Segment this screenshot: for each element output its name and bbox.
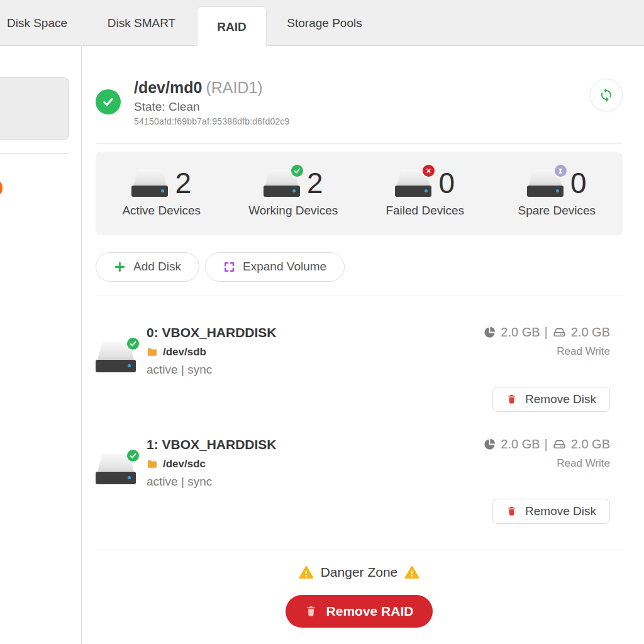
disk-used: 2.0 GB <box>501 325 540 340</box>
drive-icon <box>96 342 136 372</box>
stat-working-devices: 2 Working Devices <box>228 169 360 218</box>
disk-used: 2.0 GB <box>501 437 540 452</box>
remove-disk-label: Remove Disk <box>525 392 596 406</box>
disk-status: active | sync <box>147 475 277 489</box>
stat-active-devices: 2 Active Devices <box>96 169 228 218</box>
tab-storage-pools-label: Storage Pools <box>287 16 362 30</box>
disk-row-sdc: 1: VBOX_HARDDISK /dev/sdc active | sync <box>96 412 623 524</box>
disk-capacity: 2.0 GB <box>571 325 610 340</box>
warning-icon <box>404 565 419 580</box>
trash-icon <box>506 394 517 404</box>
active-devices-count: 2 <box>175 169 191 197</box>
disk-mode: Read Write <box>557 457 610 470</box>
drive-icon <box>527 169 564 197</box>
remove-raid-button[interactable]: Remove RAID <box>286 595 433 628</box>
working-devices-count: 2 <box>307 169 323 197</box>
disk-usage-line: 2.0 GB | 2.0 GB <box>483 437 610 452</box>
remove-disk-button-sdb[interactable]: Remove Disk <box>492 387 610 412</box>
expand-icon <box>223 261 235 273</box>
tab-disk-space-label: Disk Space <box>7 16 67 30</box>
disk-path-line: /dev/sdb <box>147 346 277 358</box>
raid-title: /dev/md0(RAID1) <box>134 79 290 97</box>
drive-led-dot <box>161 189 164 192</box>
pie-chart-icon <box>483 326 496 339</box>
usage-separator: | <box>545 437 548 452</box>
spare-hourglass-badge-icon <box>553 164 568 178</box>
disk-capacity-icon <box>552 325 567 340</box>
drive-led-dot <box>425 189 428 192</box>
stat-spare-devices: 0 Spare Devices <box>491 169 623 218</box>
spare-devices-count: 0 <box>570 169 587 197</box>
disk-path: /dev/sdb <box>163 346 206 358</box>
disk-info: 0: VBOX_HARDDISK /dev/sdb active | sync <box>96 325 277 377</box>
disk-capacity-icon <box>552 437 567 452</box>
usage-separator: | <box>545 325 548 340</box>
sidebar-divider <box>0 153 69 154</box>
raid-clean-status-icon <box>96 89 121 114</box>
drive-icon <box>395 169 431 197</box>
stat-failed-devices-top: 0 <box>395 169 455 197</box>
folder-icon <box>147 347 158 358</box>
disk-ok-badge-icon <box>126 336 140 351</box>
disk-title: 1: VBOX_HARDDISK <box>147 437 277 452</box>
remove-disk-label: Remove Disk <box>525 504 596 518</box>
spare-devices-label: Spare Devices <box>518 204 596 218</box>
tab-bar: Disk Space Disk SMART RAID Storage Pools <box>0 0 644 46</box>
remove-disk-button-sdc[interactable]: Remove Disk <box>492 499 610 524</box>
stat-failed-devices: 0 Failed Devices <box>359 169 491 218</box>
disk-ok-badge-icon <box>126 448 140 463</box>
remove-raid-label: Remove RAID <box>326 604 414 619</box>
disk-management-app: Disk Space Disk SMART RAID Storage Pools <box>0 0 644 644</box>
add-disk-button[interactable]: Add Disk <box>96 252 199 282</box>
sidebar-raid-card[interactable] <box>0 77 69 140</box>
content-area: /dev/md0(RAID1) State: Clean 54150afd:f6… <box>0 46 644 644</box>
failed-cross-badge-icon <box>421 164 436 178</box>
disk-usage-block: 2.0 GB | 2.0 GB Read Write <box>483 325 623 412</box>
stat-active-devices-top: 2 <box>131 169 191 197</box>
working-devices-label: Working Devices <box>248 204 338 218</box>
working-check-badge-icon <box>290 164 304 178</box>
add-disk-label: Add Disk <box>133 260 181 274</box>
raid-header: /dev/md0(RAID1) State: Clean 54150afd:f6… <box>96 79 623 126</box>
raid-actions: Add Disk Expand Volume <box>96 252 623 282</box>
disk-capacity: 2.0 GB <box>571 437 610 452</box>
sidebar-orange-status-icon <box>0 178 3 198</box>
tab-disk-space[interactable]: Disk Space <box>6 0 68 46</box>
disk-status: active | sync <box>147 363 277 377</box>
divider-header <box>96 143 623 144</box>
plus-icon <box>114 261 126 273</box>
stat-working-devices-top: 2 <box>264 169 323 197</box>
raid-stats-panel: 2 Active Devices 2 Working D <box>96 152 623 235</box>
tab-disk-smart[interactable]: Disk SMART <box>104 0 179 46</box>
danger-zone-header: Danger Zone <box>96 565 623 580</box>
failed-devices-count: 0 <box>438 169 455 197</box>
disk-path-line: /dev/sdc <box>147 458 277 470</box>
disk-usage-line: 2.0 GB | 2.0 GB <box>483 325 610 340</box>
failed-devices-label: Failed Devices <box>386 204 464 218</box>
remove-raid-row: Remove RAID <box>96 595 623 628</box>
raid-uuid: 54150afd:f69bb7af:95388dfb:d6fd02c9 <box>134 116 290 126</box>
tab-raid[interactable]: RAID <box>197 6 267 47</box>
expand-volume-button[interactable]: Expand Volume <box>205 252 345 282</box>
divider-danger <box>96 550 623 550</box>
stat-spare-devices-top: 0 <box>527 169 587 197</box>
check-icon <box>101 95 115 109</box>
trash-icon <box>506 506 517 516</box>
expand-volume-label: Expand Volume <box>243 260 326 274</box>
raid-device-name: /dev/md0 <box>134 79 202 96</box>
refresh-button[interactable] <box>590 79 623 111</box>
pie-chart-icon <box>483 438 496 451</box>
disk-path: /dev/sdc <box>163 458 206 470</box>
disk-mode: Read Write <box>557 345 610 358</box>
tab-storage-pools[interactable]: Storage Pools <box>284 0 365 46</box>
active-devices-label: Active Devices <box>122 204 201 218</box>
disk-title: 0: VBOX_HARDDISK <box>147 325 277 340</box>
drive-icon <box>264 169 300 197</box>
tab-disk-smart-label: Disk SMART <box>108 16 175 30</box>
trash-icon <box>305 605 317 617</box>
danger-zone-label: Danger Zone <box>321 565 398 580</box>
raid-state: State: Clean <box>134 100 290 114</box>
raid-detail-panel: /dev/md0(RAID1) State: Clean 54150afd:f6… <box>82 46 644 644</box>
disk-text: 0: VBOX_HARDDISK /dev/sdb active | sync <box>147 325 277 377</box>
sidebar <box>0 46 82 644</box>
